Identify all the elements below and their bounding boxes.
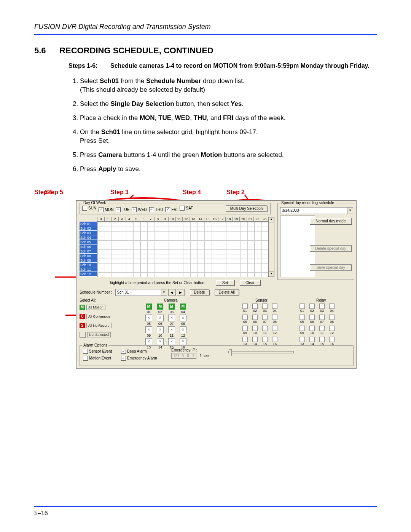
day-checkbox-thu[interactable]: ✓THU <box>149 207 163 212</box>
relay-button[interactable]: 16 <box>327 337 337 346</box>
select-all-all-no-record[interactable]: SAll No Record <box>80 323 121 329</box>
clear-button[interactable]: Clear <box>240 280 260 286</box>
select-all-all-motion[interactable]: MAll Motion <box>80 304 121 310</box>
relay-button[interactable]: 04 <box>327 304 337 313</box>
sensor-button[interactable]: 06 <box>250 315 260 324</box>
relay-button[interactable]: 07 <box>317 315 327 324</box>
motion-event-checkbox[interactable]: Motion Event <box>83 356 111 361</box>
sensor-button[interactable]: 13 <box>240 337 250 346</box>
relay-button[interactable]: 12 <box>327 326 337 335</box>
checkbox-icon <box>329 337 335 342</box>
camera-button[interactable]: ×11 <box>166 326 177 337</box>
relay-button[interactable]: 14 <box>307 337 317 346</box>
schedule-row[interactable]: Sch 01 <box>80 222 97 226</box>
set-button[interactable]: Set <box>216 280 234 286</box>
schedule-row[interactable]: Sch 08 <box>80 254 97 258</box>
schedule-row[interactable]: Sch 11 <box>80 267 97 272</box>
alarm-slider-track[interactable] <box>228 351 294 353</box>
camera-button[interactable]: ×08 <box>177 315 189 326</box>
select-all-all-continuous[interactable]: CAll Continuous <box>80 313 121 320</box>
relay-button[interactable]: 01 <box>297 304 307 313</box>
camera-button[interactable]: ×12 <box>177 326 189 337</box>
schedule-row[interactable]: Sch 02 <box>80 226 97 231</box>
sensor-button[interactable]: 16 <box>270 337 280 346</box>
relay-button[interactable]: 13 <box>297 337 307 346</box>
camera-button[interactable]: ×06 <box>155 315 166 326</box>
camera-button[interactable]: ×10 <box>155 326 166 337</box>
delete-special-day-button[interactable]: Delete special day <box>310 245 352 252</box>
sensor-button[interactable]: 07 <box>260 315 270 324</box>
relay-button[interactable]: 15 <box>317 337 327 346</box>
save-special-day-button[interactable]: Save special day <box>310 264 352 271</box>
schedule-row[interactable]: Sch 10 <box>80 263 97 267</box>
sensor-button[interactable]: 05 <box>240 315 250 324</box>
relay-button[interactable]: 02 <box>307 304 317 313</box>
schedule-list[interactable]: Sch 01Sch 02Sch 03Sch 04Sch 05Sch 06Sch … <box>80 222 97 276</box>
checkbox-icon <box>309 326 315 331</box>
normal-day-mode-button[interactable]: Normal day mode <box>310 218 352 224</box>
emergency-alarm-checkbox[interactable]: ✓Emergency Alarm <box>121 356 157 361</box>
day-checkbox-tue[interactable]: ✓TUE <box>116 207 129 212</box>
sensor-button[interactable]: 12 <box>270 326 280 335</box>
camera-button[interactable]: M01 <box>143 304 155 314</box>
scrollbar-up-icon[interactable]: ▲ <box>269 217 274 222</box>
relay-button[interactable]: 06 <box>307 315 317 324</box>
sensor-button[interactable]: 14 <box>250 337 260 346</box>
prev-schedule-button[interactable]: ◀ <box>168 289 176 296</box>
alarm-slider-thumb[interactable] <box>229 349 232 356</box>
camera-button[interactable]: M02 <box>155 304 166 314</box>
dropdown-arrow-icon[interactable]: ▼ <box>161 289 167 296</box>
camera-button[interactable]: M04 <box>177 304 189 314</box>
sensor-button[interactable]: 15 <box>260 337 270 346</box>
delete-button[interactable]: Delete <box>190 289 209 295</box>
relay-button[interactable]: 08 <box>327 315 337 324</box>
select-all-label: Select All: <box>80 298 96 302</box>
emergency-ip-field[interactable]: 127. 0 . 0 . 1 <box>171 353 196 359</box>
schedule-row[interactable]: Sch 03 <box>80 231 97 235</box>
sensor-button[interactable]: 08 <box>270 315 280 324</box>
time-grid[interactable] <box>97 222 269 277</box>
day-checkbox-fri[interactable]: ✓FRI <box>165 207 177 212</box>
camera-button[interactable]: ×09 <box>143 326 155 337</box>
checkbox-icon <box>319 337 325 342</box>
camera-button[interactable]: M03 <box>166 304 177 314</box>
camera-button[interactable]: ×07 <box>166 315 177 326</box>
next-schedule-button[interactable]: ▶ <box>177 289 185 296</box>
day-checkbox-sun[interactable]: SUN <box>82 206 96 211</box>
schedule-row[interactable]: Sch 05 <box>80 240 97 244</box>
relay-button[interactable]: 03 <box>317 304 327 313</box>
schedule-row[interactable]: Sch 12 <box>80 272 97 276</box>
sensor-button[interactable]: 02 <box>250 304 260 313</box>
relay-button[interactable]: 11 <box>317 326 327 335</box>
schedule-row[interactable]: Sch 04 <box>80 235 97 240</box>
camera-button[interactable]: ×05 <box>143 315 155 326</box>
sensor-button[interactable]: 03 <box>260 304 270 313</box>
sensor-button[interactable]: 11 <box>260 326 270 335</box>
relay-section-label: Relay <box>316 298 326 302</box>
grid-scrollbar[interactable]: ▲ ▼ <box>268 217 274 277</box>
schedule-row[interactable]: Sch 09 <box>80 258 97 263</box>
delete-all-button[interactable]: Delete All <box>215 289 239 295</box>
sensor-event-checkbox[interactable]: Sensor Event <box>83 349 112 354</box>
hour-cell: 3 <box>118 217 126 222</box>
schedule-row[interactable]: Sch 06 <box>80 244 97 249</box>
sensor-button[interactable]: 09 <box>240 326 250 335</box>
relay-button[interactable]: 09 <box>297 326 307 335</box>
sensor-button[interactable]: 10 <box>250 326 260 335</box>
schedule-row[interactable]: Sch 07 <box>80 249 97 254</box>
day-checkbox-mon[interactable]: ✓MON <box>99 207 113 212</box>
day-checkbox-sat[interactable]: SAT <box>180 206 193 211</box>
relay-button[interactable]: 10 <box>307 326 317 335</box>
select-all-not-selected[interactable]: Not Selected <box>80 332 121 338</box>
multi-day-selection-button[interactable]: Multi Day Selection <box>226 205 267 212</box>
day-checkbox-wed[interactable]: ✓WED <box>132 207 147 212</box>
schedule-number-dropdown[interactable]: Sch 01 ▼ <box>115 289 167 296</box>
relay-button[interactable]: 05 <box>297 315 307 324</box>
beep-alarm-checkbox[interactable]: ✓Beep Alarm <box>121 349 147 354</box>
sensor-button[interactable]: 01 <box>240 304 250 313</box>
dropdown-arrow-icon[interactable]: ▼ <box>347 208 353 214</box>
special-date-dropdown[interactable]: 3/14/2003 ▼ <box>280 207 353 214</box>
checkbox-icon: ✓ <box>116 207 121 212</box>
scrollbar-down-icon[interactable]: ▼ <box>269 272 274 277</box>
sensor-button[interactable]: 04 <box>270 304 280 313</box>
